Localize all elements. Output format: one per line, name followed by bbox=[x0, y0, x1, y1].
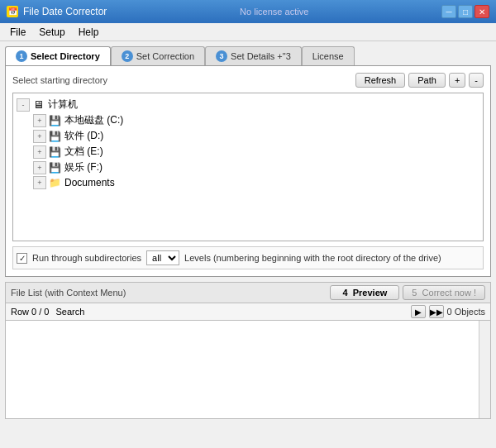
preview-label: Preview bbox=[353, 288, 388, 298]
tab-license[interactable]: License bbox=[302, 46, 355, 65]
tree-label-e: 文档 (E:) bbox=[64, 145, 103, 159]
preview-button[interactable]: 4 Preview bbox=[330, 285, 399, 300]
tab3-label: Set Details +"3 bbox=[231, 51, 291, 61]
tree-item-drive-c[interactable]: + 💾 本地磁盘 (C:) bbox=[17, 112, 479, 128]
drive-c-icon: 💾 bbox=[48, 115, 61, 126]
file-list-buttons: 4 Preview 5 Correct now ! bbox=[330, 285, 485, 300]
menu-bar: File Setup Help bbox=[0, 23, 496, 41]
play-button[interactable]: ▶ bbox=[411, 305, 426, 318]
row-count: Row 0 / 0 bbox=[11, 307, 49, 317]
drive-f-icon: 💾 bbox=[48, 162, 61, 174]
subdirectory-label: Run through subdirectories bbox=[32, 253, 141, 263]
app-icon: 📅 bbox=[7, 6, 18, 17]
tab-set-details[interactable]: 3 Set Details +"3 bbox=[205, 46, 302, 65]
panel-label: Select starting directory bbox=[12, 75, 107, 85]
file-list-toolbar: Row 0 / 0 Search ▶ ▶▶ 0 Objects bbox=[5, 303, 491, 320]
tree-toggle-f[interactable]: + bbox=[33, 161, 46, 174]
folder-icon: 📁 bbox=[48, 177, 61, 188]
levels-select[interactable]: all bbox=[146, 250, 179, 265]
tree-label-c: 本地磁盘 (C:) bbox=[64, 113, 123, 127]
subdirectory-checkbox[interactable] bbox=[17, 253, 27, 264]
correct-label: Correct now ! bbox=[422, 288, 476, 298]
tree-item-drive-f[interactable]: + 💾 娱乐 (F:) bbox=[17, 160, 479, 175]
drive-e-icon: 💾 bbox=[48, 146, 61, 158]
tree-label-computer: 计算机 bbox=[48, 98, 78, 112]
drive-d-icon: 💾 bbox=[48, 131, 61, 142]
tab4-label: License bbox=[312, 51, 344, 61]
tab-bar: 1 Select Directory 2 Set Correction 3 Se… bbox=[5, 46, 491, 65]
menu-help[interactable]: Help bbox=[72, 25, 106, 40]
menu-file[interactable]: File bbox=[3, 25, 32, 40]
restore-button[interactable]: □ bbox=[458, 5, 473, 18]
tab1-label: Select Directory bbox=[31, 51, 100, 61]
remove-button[interactable]: - bbox=[469, 73, 484, 88]
computer-icon: 🖥 bbox=[31, 99, 45, 111]
search-label: Search bbox=[55, 307, 84, 317]
levels-description: Levels (numbering beginning with the roo… bbox=[184, 253, 441, 263]
subdirectory-row: Run through subdirectories all Levels (n… bbox=[12, 246, 484, 269]
file-list-header: File List (with Context Menu) 4 Preview … bbox=[5, 282, 491, 303]
tab1-number: 1 bbox=[16, 50, 27, 62]
title-bar: 📅 File Date Corrector No license active … bbox=[0, 0, 496, 23]
tab2-label: Set Correction bbox=[136, 51, 194, 61]
tree-toggle-c[interactable]: + bbox=[33, 114, 46, 127]
correct-number: 5 bbox=[412, 288, 417, 298]
close-button[interactable]: ✕ bbox=[475, 5, 489, 18]
tree-label-d: 软件 (D:) bbox=[64, 129, 103, 143]
tree-item-drive-e[interactable]: + 💾 文档 (E:) bbox=[17, 144, 479, 160]
window-controls: ─ □ ✕ bbox=[441, 5, 489, 18]
tab-set-correction[interactable]: 2 Set Correction bbox=[111, 46, 205, 65]
tree-item-drive-d[interactable]: + 💾 软件 (D:) bbox=[17, 128, 479, 144]
toolbar-left: Row 0 / 0 Search bbox=[11, 307, 84, 317]
scrollbar[interactable] bbox=[479, 321, 490, 418]
tree-label-f: 娱乐 (F:) bbox=[64, 160, 103, 174]
tab-select-directory[interactable]: 1 Select Directory bbox=[5, 46, 111, 65]
tab3-number: 3 bbox=[216, 50, 227, 62]
correct-button[interactable]: 5 Correct now ! bbox=[403, 285, 485, 300]
tree-toggle-computer[interactable]: - bbox=[17, 98, 30, 112]
preview-number: 4 bbox=[342, 288, 347, 298]
tree-item-computer[interactable]: - 🖥 计算机 bbox=[17, 97, 479, 112]
tab-panel-directory: Select starting directory Refresh Path +… bbox=[5, 65, 491, 277]
file-list-label: File List (with Context Menu) bbox=[11, 288, 126, 298]
panel-buttons: Refresh Path + - bbox=[355, 73, 484, 88]
tree-toggle-docs[interactable]: + bbox=[33, 176, 46, 189]
main-content: 1 Select Directory 2 Set Correction 3 Se… bbox=[0, 41, 496, 424]
add-button[interactable]: + bbox=[449, 73, 465, 88]
file-list-body bbox=[5, 320, 491, 419]
tree-label-docs: Documents bbox=[64, 177, 115, 188]
tab2-number: 2 bbox=[122, 50, 133, 62]
fast-forward-button[interactable]: ▶▶ bbox=[429, 305, 444, 318]
path-button[interactable]: Path bbox=[408, 73, 446, 88]
toolbar-right: ▶ ▶▶ 0 Objects bbox=[411, 305, 485, 318]
panel-header: Select starting directory Refresh Path +… bbox=[12, 73, 484, 88]
license-status: No license active bbox=[240, 7, 308, 17]
objects-count: 0 Objects bbox=[447, 307, 485, 317]
refresh-button[interactable]: Refresh bbox=[355, 73, 406, 88]
minimize-button[interactable]: ─ bbox=[441, 5, 456, 18]
tree-toggle-e[interactable]: + bbox=[33, 145, 46, 159]
title-bar-left: 📅 File Date Corrector bbox=[7, 6, 107, 17]
menu-setup[interactable]: Setup bbox=[32, 25, 71, 40]
file-list-section: File List (with Context Menu) 4 Preview … bbox=[5, 282, 491, 419]
tree-toggle-d[interactable]: + bbox=[33, 130, 46, 143]
directory-tree[interactable]: - 🖥 计算机 + 💾 本地磁盘 (C:) + 💾 软件 (D:) + 💾 文档… bbox=[12, 93, 484, 241]
tree-item-documents[interactable]: + 📁 Documents bbox=[17, 175, 479, 190]
window-title: File Date Corrector bbox=[23, 6, 107, 17]
